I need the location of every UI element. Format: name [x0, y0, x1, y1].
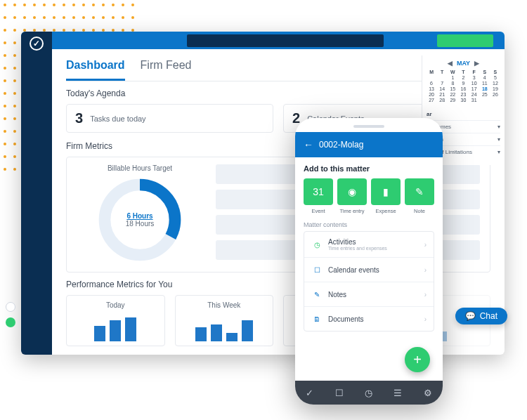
cal-day[interactable]: 28 — [437, 98, 447, 103]
fab-add-button[interactable]: + — [405, 347, 430, 372]
chevron-right-icon: › — [424, 241, 427, 249]
tab-clock-icon[interactable]: ◷ — [365, 388, 372, 398]
cal-day[interactable]: 31 — [469, 98, 479, 103]
phone-speaker — [353, 125, 384, 128]
tab-firm-feed[interactable]: Firm Feed — [141, 59, 192, 81]
cal-day[interactable]: 22 — [448, 92, 457, 97]
cal-next-icon[interactable]: ▶ — [474, 60, 479, 67]
tab-gear-icon[interactable]: ⚙ — [424, 388, 432, 398]
cal-day[interactable]: 1 — [448, 75, 457, 80]
chevron-right-icon: › — [424, 315, 427, 323]
perf-label: This Week — [183, 301, 266, 309]
row-title: Documents — [328, 315, 364, 323]
cal-day[interactable]: 11 — [480, 81, 490, 86]
row-icon: ✎ — [311, 289, 323, 300]
cal-day[interactable]: 3 — [469, 75, 479, 80]
back-icon[interactable]: ← — [304, 139, 313, 150]
cal-filter-header: ar — [427, 108, 500, 120]
chat-label: Chat — [480, 311, 497, 321]
cal-day[interactable] — [490, 98, 500, 103]
perf-today[interactable]: Today — [66, 295, 165, 346]
cal-day[interactable]: 17 — [469, 86, 479, 91]
cal-day[interactable]: 6 — [427, 81, 436, 86]
cal-day[interactable]: 19 — [490, 86, 500, 91]
perf-label: Today — [74, 301, 157, 309]
tab-briefcase-icon[interactable]: ☰ — [393, 388, 402, 398]
matter-content-row[interactable]: ✎Notes› — [304, 282, 434, 307]
cal-day[interactable]: 8 — [448, 81, 457, 86]
matter-content-row[interactable]: 🗎Documents› — [304, 307, 434, 331]
cal-day[interactable]: 27 — [427, 98, 436, 103]
row-title: Activities — [328, 238, 356, 246]
matter-content-row[interactable]: ◷ActivitiesTime entries and expenses› — [304, 232, 434, 258]
topbar — [21, 32, 505, 49]
perf-week[interactable]: This Week — [175, 295, 274, 346]
cal-month: MAY — [457, 60, 470, 67]
cal-day[interactable]: 13 — [427, 86, 436, 91]
cal-day[interactable]: 12 — [490, 81, 500, 86]
slide-indicator[interactable] — [6, 302, 15, 327]
matter-content-row[interactable]: ☐Calendar events› — [304, 258, 434, 282]
billable-gauge: 6 Hours 18 Hours — [98, 178, 182, 262]
tile-label: Time entry — [337, 208, 367, 214]
primary-action-button[interactable] — [437, 34, 493, 47]
row-icon: ◷ — [311, 239, 323, 250]
matter-contents-label: Matter contents — [304, 221, 434, 228]
gauge-primary[interactable]: 6 Hours — [126, 212, 152, 220]
tile-icon: 31 — [304, 178, 333, 205]
cal-day[interactable]: 20 — [427, 92, 436, 97]
cal-day[interactable] — [480, 98, 490, 103]
cal-day[interactable]: 26 — [490, 92, 500, 97]
matter-tiles: 31Event◉Time entry▮Expense✎Note — [304, 178, 434, 214]
cal-day[interactable] — [437, 75, 447, 80]
cal-day[interactable]: 21 — [437, 92, 447, 97]
tile-label: Event — [304, 208, 333, 214]
cal-day[interactable]: 30 — [458, 98, 468, 103]
sidebar-rail[interactable] — [21, 49, 52, 355]
cal-day[interactable]: 2 — [458, 75, 468, 80]
cal-day[interactable]: 18 — [480, 86, 490, 91]
phone-tabbar: ✓ ☐ ◷ ☰ ⚙ — [295, 381, 443, 405]
chat-button[interactable]: 💬 Chat — [455, 308, 507, 324]
cal-day[interactable]: 10 — [469, 81, 479, 86]
tab-check-icon[interactable]: ✓ — [306, 388, 313, 398]
calendar-grid[interactable]: MTWTFSS123456789101112131415161718192021… — [427, 70, 500, 103]
phone-header: ← 0002-Molag — [295, 132, 443, 157]
tab-calendar-icon[interactable]: ☐ — [335, 388, 344, 398]
cal-day[interactable]: 15 — [448, 86, 457, 91]
row-icon: 🗎 — [311, 313, 323, 324]
add-to-matter-title: Add to this matter — [304, 164, 434, 173]
cal-day[interactable]: 14 — [437, 86, 447, 91]
chevron-right-icon: › — [424, 291, 427, 298]
tile-icon: ✎ — [405, 178, 434, 205]
cal-prev-icon[interactable]: ◀ — [448, 60, 453, 67]
cal-day[interactable]: 23 — [458, 92, 468, 97]
tile-label: Note — [405, 208, 434, 214]
tile-icon: ▮ — [371, 178, 401, 205]
cal-day[interactable] — [427, 75, 436, 80]
cal-day[interactable]: 5 — [490, 75, 500, 80]
matter-tile[interactable]: ◉Time entry — [337, 178, 367, 214]
cal-day[interactable]: 16 — [458, 86, 468, 91]
search-input[interactable] — [187, 34, 384, 47]
agenda-tasks-card[interactable]: 3 Tasks due today — [66, 104, 273, 133]
cal-day[interactable]: 29 — [448, 98, 457, 103]
cal-day[interactable]: 7 — [437, 81, 447, 86]
matter-tile[interactable]: 31Event — [304, 178, 333, 214]
matter-contents-list: ◷ActivitiesTime entries and expenses›☐Ca… — [304, 231, 434, 332]
dot-1[interactable] — [6, 302, 15, 312]
cal-day[interactable]: 25 — [480, 92, 490, 97]
check-icon: ✓ — [30, 37, 44, 51]
app-logo: ✓ — [21, 32, 52, 55]
cal-day[interactable]: 9 — [458, 81, 468, 86]
matter-tile[interactable]: ▮Expense — [371, 178, 401, 214]
dot-2[interactable] — [6, 317, 15, 327]
cal-day[interactable]: 4 — [480, 75, 490, 80]
chat-icon: 💬 — [465, 311, 476, 321]
tab-dashboard[interactable]: Dashboard — [66, 59, 125, 81]
chevron-right-icon: › — [424, 266, 427, 274]
agenda-tasks-count: 3 — [75, 110, 83, 126]
matter-tile[interactable]: ✎Note — [405, 178, 434, 214]
cal-day[interactable]: 24 — [469, 92, 479, 97]
row-icon: ☐ — [311, 264, 323, 275]
